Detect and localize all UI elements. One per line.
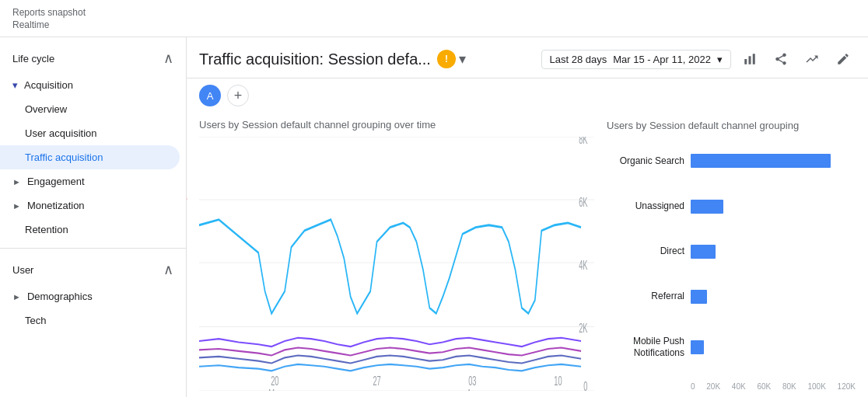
svg-text:0: 0 — [583, 379, 587, 391]
bar-x-label-40k: 40K — [732, 382, 746, 391]
bar-track-referral — [691, 290, 856, 304]
line-chart-container: Users by Session default channel groupin… — [199, 113, 594, 391]
retention-label: Retention — [25, 224, 68, 235]
title-dropdown-icon[interactable]: ▾ — [459, 50, 466, 68]
monetization-label: Monetization — [27, 200, 85, 211]
bar-chart-view-button[interactable] — [737, 47, 762, 71]
main-layout: Life cycle ∧ ▾ Acquisition Overview User… — [0, 37, 868, 397]
svg-text:2K: 2K — [579, 321, 588, 335]
lifecycle-label: Life cycle — [12, 53, 54, 64]
top-bar: Reports snapshot Realtime — [0, 0, 868, 37]
svg-rect-2 — [753, 54, 755, 64]
edit-button[interactable] — [831, 47, 856, 71]
sidebar: Life cycle ∧ ▾ Acquisition Overview User… — [0, 37, 187, 397]
bar-x-label-60k: 60K — [757, 382, 771, 391]
date-range-value: Mar 15 - Apr 11, 2022 — [613, 54, 711, 65]
bar-x-label-80k: 80K — [782, 382, 796, 391]
svg-rect-0 — [744, 59, 747, 64]
bar-label-organic-search: Organic Search — [607, 155, 684, 168]
sidebar-item-traffic-acquisition[interactable]: Traffic acquisition — [0, 145, 180, 169]
edit-icon — [836, 52, 850, 66]
sidebar-divider — [0, 248, 186, 249]
svg-text:6K: 6K — [579, 195, 588, 209]
charts-area: Users by Session default channel groupin… — [187, 113, 868, 397]
svg-rect-1 — [749, 56, 751, 64]
bar-label-unassigned: Unassigned — [607, 200, 684, 213]
engagement-expand-icon: ► — [12, 177, 21, 186]
svg-text:8K: 8K — [579, 137, 588, 146]
page-title: Traffic acquisition: Session defa... — [199, 50, 431, 68]
svg-text:4K: 4K — [579, 258, 588, 272]
sidebar-item-overview[interactable]: Overview — [0, 97, 180, 121]
bar-row-organic-search: Organic Search — [607, 154, 856, 168]
realtime-label: Realtime — [12, 19, 86, 30]
bar-row-mobile-push: Mobile PushNotifications — [607, 336, 856, 360]
bar-label-direct: Direct — [607, 246, 684, 258]
top-bar-left: Reports snapshot Realtime — [12, 7, 86, 30]
lifecycle-chevron-up-icon: ∧ — [163, 50, 173, 67]
svg-marker-19 — [187, 187, 187, 211]
bar-chart-title: Users by Session default channel groupin… — [607, 119, 856, 133]
tech-label: Tech — [25, 315, 46, 326]
bar-chart-container: Users by Session default channel groupin… — [607, 113, 856, 391]
bar-label-referral: Referral — [607, 291, 684, 303]
bar-fill-direct — [691, 245, 716, 259]
bar-row-referral: Referral — [607, 290, 856, 304]
engagement-label: Engagement — [27, 176, 85, 187]
traffic-acquisition-label: Traffic acquisition — [25, 151, 103, 163]
bar-row-direct: Direct — [607, 245, 856, 259]
bar-chart-x-axis: 0 20K 40K 60K 80K 100K 120K — [607, 382, 856, 391]
date-range-chevron-down-icon: ▾ — [717, 54, 723, 65]
compare-button[interactable] — [800, 47, 824, 71]
sidebar-item-demographics[interactable]: ► Demographics — [0, 284, 180, 308]
bar-x-label-120k: 120K — [838, 382, 856, 391]
bar-row-unassigned: Unassigned — [607, 200, 856, 214]
content-sub-header: A + — [187, 78, 868, 113]
compare-icon — [805, 52, 819, 66]
overview-label: Overview — [25, 103, 67, 115]
date-range-selector[interactable]: Last 28 days Mar 15 - Apr 11, 2022 ▾ — [541, 50, 731, 69]
user-acquisition-label: User acquisition — [25, 127, 97, 139]
content-area: Traffic acquisition: Session defa... ! ▾… — [187, 37, 868, 397]
bar-track-mobile-push — [691, 340, 856, 354]
sidebar-item-monetization[interactable]: ► Monetization — [0, 193, 180, 218]
bar-x-label-100k: 100K — [808, 382, 826, 391]
svg-text:20: 20 — [271, 374, 278, 388]
bar-x-label-20k: 20K — [706, 382, 720, 391]
bar-fill-organic-search — [691, 154, 831, 168]
svg-text:Apr: Apr — [467, 387, 478, 391]
sidebar-item-retention[interactable]: Retention — [0, 218, 180, 242]
lifecycle-section-header[interactable]: Life cycle ∧ — [0, 44, 186, 73]
bar-chart-rows: Organic Search Unassigned Direct — [607, 142, 856, 379]
line-chart-title: Users by Session default channel groupin… — [199, 113, 594, 131]
share-button[interactable] — [768, 47, 793, 71]
svg-text:03: 03 — [468, 374, 476, 388]
svg-text:27: 27 — [373, 374, 380, 388]
bar-chart-icon — [743, 52, 757, 66]
acquisition-label: Acquisition — [24, 79, 73, 91]
acquisition-expand-icon: ▾ — [12, 79, 18, 91]
reports-snapshot-label: Reports snapshot — [12, 7, 86, 18]
demographics-expand-icon: ► — [12, 292, 21, 301]
sidebar-item-engagement[interactable]: ► Engagement — [0, 169, 180, 193]
sidebar-item-user-acquisition[interactable]: User acquisition — [0, 121, 180, 145]
bar-track-direct — [691, 245, 856, 259]
bar-label-mobile-push: Mobile PushNotifications — [607, 336, 684, 360]
svg-text:10: 10 — [554, 374, 562, 388]
share-icon — [774, 52, 788, 66]
bar-fill-mobile-push — [691, 340, 704, 354]
sidebar-item-acquisition[interactable]: ▾ Acquisition — [0, 73, 180, 97]
add-comparison-button[interactable]: + — [227, 85, 249, 106]
user-label: User — [12, 264, 33, 276]
svg-text:Mar: Mar — [268, 387, 282, 391]
header-icons — [737, 47, 856, 71]
warning-icon: ! — [437, 50, 456, 68]
bar-track-unassigned — [691, 200, 856, 214]
avatar: A — [199, 85, 221, 106]
user-chevron-up-icon: ∧ — [163, 261, 173, 278]
user-section-header[interactable]: User ∧ — [0, 255, 186, 284]
line-chart-svg: 8K 6K 4K 2K 0 — [199, 137, 594, 391]
sidebar-item-tech[interactable]: Tech — [0, 308, 180, 333]
bar-track-organic-search — [691, 154, 856, 168]
bar-x-label-0: 0 — [691, 382, 695, 391]
